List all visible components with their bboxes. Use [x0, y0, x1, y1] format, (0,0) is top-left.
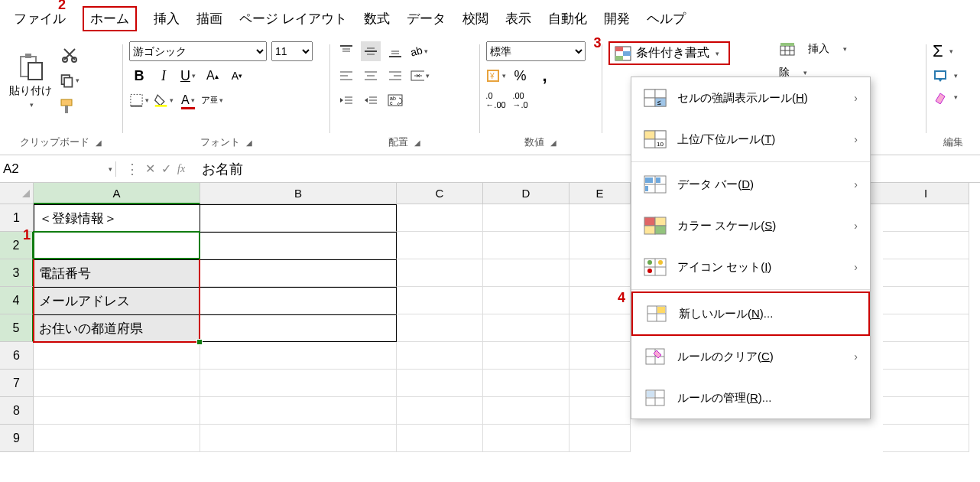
new-rule-item[interactable]: 4 新しいルール(N)... — [631, 291, 870, 336]
cell-E7[interactable] — [570, 370, 631, 397]
cell-B9[interactable] — [200, 425, 397, 452]
cell-D7[interactable] — [483, 370, 570, 397]
row-header-6[interactable]: 6 — [0, 342, 34, 370]
cell-B7[interactable] — [200, 370, 397, 397]
cell-I7[interactable] — [883, 370, 969, 397]
cell-D1[interactable] — [483, 204, 570, 232]
row-header-5[interactable]: 5 — [0, 314, 34, 342]
align-left-button[interactable] — [336, 66, 356, 86]
row-header-8[interactable]: 8 — [0, 397, 34, 425]
cell-C3[interactable] — [397, 259, 483, 287]
cell-A4[interactable]: メールアドレス — [34, 287, 200, 314]
cell-D5[interactable] — [483, 314, 570, 342]
orientation-button[interactable]: ab▾ — [410, 41, 430, 61]
underline-button[interactable]: U▾ — [178, 66, 198, 86]
conditional-formatting-button[interactable]: 条件付き書式 ▾ — [608, 41, 730, 65]
cell-C8[interactable] — [397, 397, 483, 425]
cell-E5[interactable] — [570, 314, 631, 342]
merge-cells-button[interactable]: ▾ — [410, 66, 430, 86]
column-header-C[interactable]: C — [397, 183, 483, 204]
cell-C6[interactable] — [397, 342, 483, 370]
cell-D3[interactable] — [483, 259, 570, 287]
clear-button[interactable] — [933, 90, 948, 104]
clear-rules-item[interactable]: ルールのクリア(C) › — [631, 336, 870, 377]
number-format-select[interactable]: 標準 — [486, 41, 586, 61]
cell-C2[interactable] — [397, 232, 483, 259]
cell-C4[interactable] — [397, 287, 483, 314]
font-decrease-button[interactable]: A▾ — [227, 66, 247, 86]
align-middle-button[interactable] — [361, 41, 381, 61]
cell-E3[interactable] — [570, 259, 631, 287]
menu-review[interactable]: 校閲 — [462, 10, 488, 28]
font-launcher[interactable]: ◢ — [246, 138, 252, 147]
decrease-decimal-button[interactable]: .00→.0 — [511, 90, 531, 110]
cell-A5[interactable]: お住いの都道府県 — [34, 314, 200, 342]
wrap-text-button[interactable]: abc — [385, 90, 405, 110]
increase-decimal-button[interactable]: .0←.00 — [486, 90, 506, 110]
cell-I3[interactable] — [883, 259, 969, 287]
cell-D6[interactable] — [483, 342, 570, 370]
cell-B5[interactable] — [200, 314, 397, 342]
row-header-9[interactable]: 9 — [0, 425, 34, 452]
cell-B8[interactable] — [200, 397, 397, 425]
cell-E2[interactable] — [570, 232, 631, 259]
column-header-B[interactable]: B — [200, 183, 397, 204]
cancel-formula-button[interactable]: ✕ — [145, 161, 155, 176]
number-launcher[interactable]: ◢ — [550, 138, 557, 147]
cell-A7[interactable] — [34, 370, 200, 397]
color-scales-item[interactable]: カラー スケール(S) › — [631, 205, 870, 246]
cell-I1[interactable] — [883, 204, 969, 232]
italic-button[interactable]: I — [154, 66, 174, 86]
cell-D2[interactable] — [483, 232, 570, 259]
column-header-E[interactable]: E — [570, 183, 631, 204]
menu-formulas[interactable]: 数式 — [364, 10, 390, 28]
row-header-3[interactable]: 3 — [0, 259, 34, 287]
cell-C5[interactable] — [397, 314, 483, 342]
borders-button[interactable]: ▾ — [129, 90, 149, 110]
align-bottom-button[interactable] — [385, 41, 405, 61]
menu-automate[interactable]: 自動化 — [548, 10, 587, 28]
cell-C1[interactable] — [397, 204, 483, 232]
name-box[interactable] — [3, 161, 107, 177]
align-center-button[interactable] — [361, 66, 381, 86]
font-name-select[interactable]: 游ゴシック — [129, 41, 267, 61]
cell-E8[interactable] — [570, 397, 631, 425]
cell-B2[interactable] — [200, 232, 397, 259]
cell-D8[interactable] — [483, 397, 570, 425]
row-header-7[interactable]: 7 — [0, 370, 34, 397]
percent-format-button[interactable]: % — [511, 66, 531, 86]
fill-button[interactable] — [933, 69, 948, 83]
name-box-dropdown[interactable]: ▾ — [107, 165, 112, 173]
cell-A3[interactable]: 電話番号 — [34, 259, 200, 287]
cell-E9[interactable] — [570, 425, 631, 452]
menu-draw[interactable]: 描画 — [196, 10, 222, 28]
column-header-I[interactable]: I — [883, 183, 969, 204]
cell-A1[interactable]: ＜登録情報＞ — [34, 204, 200, 232]
cell-A8[interactable] — [34, 397, 200, 425]
top-bottom-rules-item[interactable]: 10 上位/下位ルール(T) › — [631, 119, 870, 160]
cell-I2[interactable] — [883, 232, 969, 259]
autosum-button[interactable]: Σ — [933, 41, 943, 61]
cell-I4[interactable] — [883, 287, 969, 314]
manage-rules-item[interactable]: ルールの管理(R)... — [631, 377, 870, 418]
menu-home[interactable]: ホーム — [83, 6, 137, 31]
paste-button[interactable]: 貼り付け ▾ — [6, 49, 55, 112]
cell-I9[interactable] — [883, 425, 969, 452]
insert-cells-button[interactable]: 挿入 — [808, 42, 829, 56]
cell-I6[interactable] — [883, 342, 969, 370]
menu-data[interactable]: データ — [407, 10, 446, 28]
enter-formula-button[interactable]: ✓ — [161, 161, 171, 176]
menu-insert[interactable]: 挿入 — [154, 10, 180, 28]
select-all-corner[interactable] — [0, 183, 34, 204]
cell-I5[interactable] — [883, 314, 969, 342]
row-header-4[interactable]: 4 — [0, 287, 34, 314]
font-color-button[interactable]: A▾ — [178, 90, 198, 110]
menu-file[interactable]: ファイル — [14, 10, 66, 28]
cell-I8[interactable] — [883, 397, 969, 425]
cell-C7[interactable] — [397, 370, 483, 397]
fx-button[interactable]: fx — [177, 163, 185, 175]
column-header-A[interactable]: A — [34, 183, 200, 204]
menu-help[interactable]: ヘルプ — [647, 10, 686, 28]
bold-button[interactable]: B — [129, 66, 149, 86]
clipboard-launcher[interactable]: ◢ — [96, 138, 102, 147]
